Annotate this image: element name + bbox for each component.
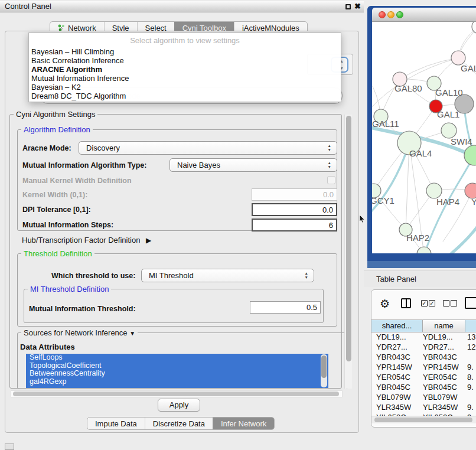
table-row[interactable]: YDR27...YDR27...12 (371, 343, 476, 353)
node-label: GAL10 (435, 87, 463, 97)
stepper-icon: ▲▼ (328, 161, 331, 169)
tab-discretize-data[interactable]: Discretize Data (145, 418, 213, 429)
node-label: GAL4 (409, 148, 432, 158)
algorithm-option[interactable]: Dream8 DC_TDC Algorithm (29, 92, 341, 100)
table-cell: YPR145W (376, 363, 412, 371)
network-node[interactable] (464, 145, 476, 165)
network-edge[interactable] (426, 220, 476, 253)
hub-definition-expander[interactable]: Hub/Transcription Factor Definition ▶ (22, 236, 151, 244)
table-cell: 9. (467, 383, 474, 392)
table-toolbar: ⚙ ✓ ✓ (371, 294, 476, 315)
minimize-traffic-light[interactable] (387, 11, 395, 18)
table-cell: YBR043C (423, 353, 457, 361)
collapse-down-icon: ▼ (129, 330, 135, 337)
table-row[interactable]: YBR045CYBR045C9. (371, 383, 476, 393)
table-cell: YBL079W (423, 393, 458, 402)
network-window-titlebar[interactable] (372, 8, 476, 22)
threshold-definition-group: Threshold Definition Which threshold to … (17, 253, 337, 327)
algorithm-option[interactable]: ARACNE Algorithm (29, 65, 341, 74)
aracne-mode-combo[interactable]: Discovery ▲▼ (79, 141, 337, 155)
tab-impute-data[interactable]: Impute Data (87, 418, 145, 429)
checkbox-checked-icon[interactable]: ✓ (421, 300, 428, 306)
column-header[interactable] (465, 320, 476, 332)
new-table-icon[interactable] (465, 297, 476, 309)
sources-title[interactable]: Sources for Network Inference ▼ (21, 328, 138, 337)
checkbox-checked-icon[interactable]: ✓ (429, 300, 435, 306)
dpi-tolerance-label: DPI Tolerance [0,1]: (22, 206, 91, 214)
table-panel-title: Table Panel (376, 275, 416, 283)
kernel-width-label: Kernel Width (0,1): (22, 191, 87, 199)
mi-algorithm-type-combo[interactable]: Naive Bayes ▲▼ (169, 158, 337, 172)
table-cell: YBR045C (423, 383, 457, 392)
table-cell: YBL079W (376, 393, 411, 402)
mi-algorithm-type-label: Mutual Information Algorithm Type: (22, 161, 146, 169)
node-label: Y (471, 197, 476, 207)
mi-threshold-field[interactable]: 0.5 (250, 301, 321, 314)
sources-title-text: Sources for Network Inference (24, 328, 128, 337)
node-label: GAL1 (437, 109, 459, 119)
network-view-window: GALGAL80GAL10GAL1GAL11SWI4GAL4GCY1HAP4YH… (367, 6, 476, 261)
table-row[interactable]: YBR043CYBR043C (371, 353, 476, 363)
algorithm-definition-group: Algorithm Definition Aracne Mode: Discov… (17, 129, 337, 231)
data-attribute-item-selected[interactable]: gal4RGexp (26, 378, 328, 386)
cyni-bottom-tabbar: Impute DataDiscretize DataInfer Network (87, 417, 275, 430)
network-canvas[interactable]: GALGAL80GAL10GAL1GAL11SWI4GAL4GCY1HAP4YH… (372, 22, 476, 253)
dpi-tolerance-field[interactable]: 0.0 (252, 203, 337, 216)
manual-kernel-width-checkbox[interactable] (327, 176, 335, 184)
zoom-traffic-light[interactable] (396, 11, 403, 18)
node-label: SWI4 (451, 136, 472, 146)
hub-definition-label: Hub/Transcription Factor Definition (22, 236, 140, 244)
mi-steps-field[interactable]: 6 (252, 219, 337, 231)
table-cell: YER054C (376, 373, 410, 381)
apply-button[interactable]: Apply (158, 399, 200, 412)
table-row[interactable]: YDL19...YDL19...13 (371, 332, 476, 343)
algorithm-option[interactable]: Basic Correlation Inference (29, 56, 341, 65)
algorithm-dropdown-items: Bayesian – Hill ClimbingBasic Correlatio… (29, 47, 341, 100)
screen: Control Panel ✖ NetworkStyleSelectCyni T… (0, 0, 476, 450)
checkbox-unchecked-icon[interactable] (451, 300, 457, 306)
data-attributes-list[interactable]: SelfLoopsTopologicalCoefficientBetweenne… (26, 354, 328, 388)
table-row[interactable]: YBL079WYBL079W (371, 393, 476, 403)
list-scrollbar[interactable] (321, 354, 327, 387)
table-cell: YBR043C (376, 353, 410, 361)
gear-icon[interactable]: ⚙ (380, 297, 390, 311)
close-traffic-light[interactable] (379, 11, 386, 18)
tab-infer-network[interactable]: Infer Network (213, 418, 274, 429)
settings-horizontal-scrollbar[interactable] (11, 390, 343, 397)
data-attributes-label: Data Attributes (20, 343, 75, 351)
data-attribute-item-selected[interactable]: TopologicalCoefficient (26, 362, 328, 370)
data-attribute-item-selected[interactable]: SelfLoops (26, 354, 328, 362)
algorithm-option[interactable]: Bayesian – K2 (29, 83, 341, 92)
node-label: HAP4 (436, 197, 459, 207)
aracne-mode-value: Discovery (86, 144, 120, 152)
data-attribute-item-selected[interactable]: BetweennessCentrality (26, 370, 328, 378)
column-header[interactable]: shared... (371, 320, 423, 332)
collapsed-panel-icon[interactable] (5, 444, 14, 450)
which-threshold-combo[interactable]: MI Threshold ▲▼ (141, 269, 314, 282)
stepper-icon: ▲▼ (328, 144, 331, 152)
network-edge[interactable] (400, 58, 458, 79)
close-icon[interactable]: ✖ (354, 2, 361, 11)
checkbox-unchecked-icon[interactable] (443, 300, 449, 306)
cyni-algorithm-settings-group: Cyni Algorithm Settings Algorithm Defini… (9, 114, 342, 389)
table-horizontal-scrollbar[interactable] (371, 416, 476, 423)
table-row[interactable]: YPR145WYPR145W9. (371, 363, 476, 373)
algorithm-dropdown-popup: Select algorithm to view settings Bayesi… (28, 32, 341, 102)
column-header[interactable]: name (423, 320, 465, 332)
table-row[interactable]: YER054CYER054C8. (371, 373, 476, 383)
algorithm-option[interactable]: Bayesian – Hill Climbing (29, 47, 341, 56)
control-panel-title: Control Panel (5, 2, 51, 11)
table-row[interactable]: YLR345WYLR345W9. (371, 403, 476, 413)
tab-label: Discretize Data (153, 419, 205, 428)
node-label: GAL (461, 63, 476, 73)
table-cell: YPR145W (423, 363, 459, 371)
algorithm-option[interactable]: Mutual Information Inference (29, 74, 341, 83)
float-window-icon[interactable] (345, 4, 351, 9)
kernel-width-field[interactable]: 0.0 (252, 188, 337, 201)
columns-icon[interactable] (401, 298, 411, 308)
table-cell: 12 (467, 343, 475, 351)
settings-vertical-scrollbar[interactable] (344, 115, 352, 389)
table-cell: YER054C (423, 373, 457, 381)
control-panel-titlebar: Control Panel ✖ (0, 0, 364, 12)
tab-label: Impute Data (95, 419, 137, 428)
